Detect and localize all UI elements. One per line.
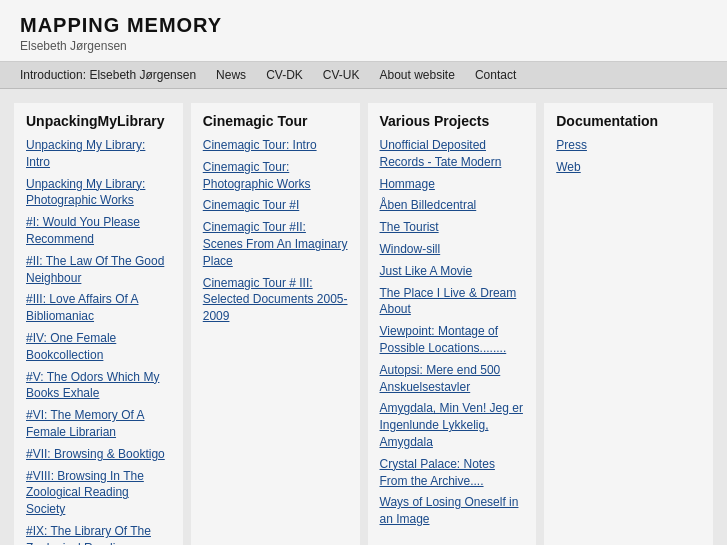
link-unpacking-4[interactable]: #III: Love Affairs Of A Bibliomaniac [26,291,171,325]
link-cinemagic-2[interactable]: Cinemagic Tour #I [203,197,348,214]
link-various-8[interactable]: Autopsi: Mere end 500 Anskuelsestavler [380,362,525,396]
link-various-6[interactable]: The Place I Live & Dream About [380,285,525,319]
link-unpacking-3[interactable]: #II: The Law Of The Good Neighbour [26,253,171,287]
link-unpacking-2[interactable]: #I: Would You Please Recommend [26,214,171,248]
main-nav: Introduction: Elsebeth JørgensenNewsCV-D… [0,62,727,89]
site-subtitle: Elsebeth Jørgensen [20,39,707,53]
column-cinemagic: Cinemagic TourCinemagic Tour: IntroCinem… [191,103,360,545]
link-various-7[interactable]: Viewpoint: Montage of Possible Locations… [380,323,525,357]
nav-item-3[interactable]: CV-UK [313,62,370,88]
link-various-9[interactable]: Amygdala, Min Ven! Jeg er Ingenlunde Lyk… [380,400,525,450]
link-cinemagic-1[interactable]: Cinemagic Tour: Photographic Works [203,159,348,193]
link-unpacking-0[interactable]: Unpacking My Library: Intro [26,137,171,171]
link-unpacking-7[interactable]: #VI: The Memory Of A Female Librarian [26,407,171,441]
link-cinemagic-4[interactable]: Cinemagic Tour # III: Selected Documents… [203,275,348,325]
link-unpacking-1[interactable]: Unpacking My Library: Photographic Works [26,176,171,210]
nav-item-5[interactable]: Contact [465,62,526,88]
header: MAPPING MEMORY Elsebeth Jørgensen [0,0,727,62]
link-cinemagic-3[interactable]: Cinemagic Tour #II: Scenes From An Imagi… [203,219,348,269]
link-various-10[interactable]: Crystal Palace: Notes From the Archive..… [380,456,525,490]
link-various-1[interactable]: Hommage [380,176,525,193]
column-title-cinemagic: Cinemagic Tour [203,113,348,129]
link-documentation-1[interactable]: Web [556,159,701,176]
nav-item-1[interactable]: News [206,62,256,88]
column-various: Various ProjectsUnofficial Deposited Rec… [368,103,537,545]
column-title-unpacking: UnpackingMyLibrary [26,113,171,129]
link-documentation-0[interactable]: Press [556,137,701,154]
link-unpacking-9[interactable]: #VIII: Browsing In The Zoological Readin… [26,468,171,518]
link-various-0[interactable]: Unofficial Deposited Records - Tate Mode… [380,137,525,171]
link-cinemagic-0[interactable]: Cinemagic Tour: Intro [203,137,348,154]
column-title-documentation: Documentation [556,113,701,129]
link-various-11[interactable]: Ways of Losing Oneself in an Image [380,494,525,528]
link-unpacking-5[interactable]: #IV: One Female Bookcollection [26,330,171,364]
nav-item-2[interactable]: CV-DK [256,62,313,88]
column-documentation: DocumentationPressWeb [544,103,713,545]
link-various-3[interactable]: The Tourist [380,219,525,236]
link-various-4[interactable]: Window-sill [380,241,525,258]
link-unpacking-8[interactable]: #VII: Browsing & Booktigo [26,446,171,463]
nav-item-0[interactable]: Introduction: Elsebeth Jørgensen [10,62,206,88]
site-title: MAPPING MEMORY [20,14,707,37]
link-unpacking-10[interactable]: #IX: The Library Of The Zoological Readi… [26,523,171,545]
link-unpacking-6[interactable]: #V: The Odors Which My Books Exhale [26,369,171,403]
column-title-various: Various Projects [380,113,525,129]
nav-item-4[interactable]: About website [370,62,465,88]
link-various-2[interactable]: Åben Billedcentral [380,197,525,214]
column-unpacking: UnpackingMyLibraryUnpacking My Library: … [14,103,183,545]
link-various-5[interactable]: Just Like A Movie [380,263,525,280]
main-content: UnpackingMyLibraryUnpacking My Library: … [0,89,727,545]
